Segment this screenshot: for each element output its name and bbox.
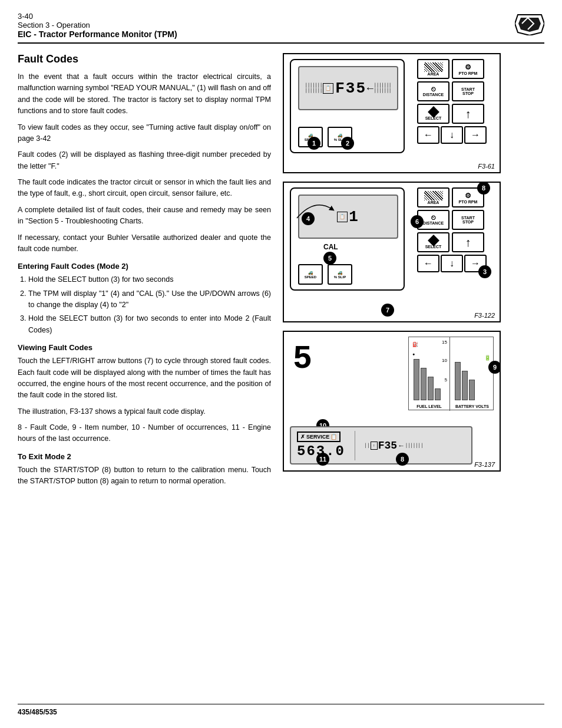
step-2: The TPM will display "1" (4) and "CAL (5… — [28, 288, 271, 311]
up-button-2: ↑ — [452, 232, 484, 252]
right-buttons-1: AREA ⚙ PTO RPM ⏲ DISTANCE — [417, 59, 494, 144]
num-circle-6: 6 — [411, 215, 424, 228]
btn-row-2-4: ← ↓ → 3 — [417, 255, 494, 272]
bat-bar-3 — [469, 380, 475, 400]
paragraph-2: To view fault codes as they occur, see "… — [18, 122, 271, 145]
paragraph-4: The fault code indicates the tractor cir… — [18, 177, 271, 200]
display-value-2: 1 — [349, 208, 359, 226]
page: 3-40 Section 3 - Operation EIC - Tractor… — [0, 0, 562, 728]
num-circle-9: 9 — [488, 361, 500, 374]
warning-icon-small: ! — [371, 442, 378, 450]
startstop-button-2: START STOP — [452, 210, 484, 230]
btn-row-1: AREA ⚙ PTO RPM — [417, 59, 494, 79]
section4-text: 8 - Fault Code, 9 - Item number, 10 - Nu… — [18, 422, 271, 445]
display-content-2: 📋 1 — [337, 208, 359, 226]
scale-5: 5 — [445, 377, 447, 383]
section2-text: Touch the LEFT/RIGHT arrow buttons (7) t… — [18, 355, 271, 401]
section5-heading: To Exit Mode 2 — [18, 452, 271, 461]
divider — [355, 431, 355, 460]
num-circle-8: 8 — [477, 183, 490, 195]
tpm-display-1: │││││││ │││││││ 📋 F35 ← │││││││ │││││││ — [298, 66, 398, 110]
battery-col: 🔋 BATTERY VOLTS 9 — [450, 337, 494, 411]
right-column: │││││││ │││││││ 📋 F35 ← │││││││ │││││││ — [283, 53, 501, 694]
scale-10: 10 — [442, 358, 447, 363]
manual-icon: 📋 — [323, 83, 333, 94]
f35-display: ││ ! F35 ← │││││││ — [365, 440, 424, 452]
paragraph-1: In the event that a fault occurs within … — [18, 71, 271, 117]
area-hatch-1 — [424, 62, 443, 72]
section-label: Section 3 - Operation — [18, 21, 177, 29]
right-button-1: → — [464, 126, 487, 144]
fuel-icon: ⛽ — [412, 342, 418, 347]
down-button-1: ↓ — [441, 126, 463, 144]
down-button-2: ↓ — [441, 255, 463, 272]
diagram-f3-61: │││││││ │││││││ 📋 F35 ← │││││││ │││││││ — [283, 53, 501, 173]
num-circle-7: 7 — [381, 304, 394, 317]
page-header: 3-40 Section 3 - Operation EIC - Tractor… — [18, 12, 544, 44]
gear-icon-1: ⚙ — [465, 63, 471, 71]
display-value-1: F35 — [335, 80, 366, 97]
cal-label: CAL — [323, 243, 338, 251]
main-heading: Fault Codes — [18, 53, 271, 65]
service-box: ✗ SERVICE 📋 — [297, 431, 340, 442]
area-hatch-2 — [424, 191, 443, 200]
display-content-1: │││││││ │││││││ 📋 F35 ← │││││││ │││││││ — [305, 80, 392, 97]
x-mark: ✗ — [300, 434, 305, 440]
service-label: SERVICE — [306, 434, 329, 440]
diagram-label-1: F3-61 — [478, 163, 495, 170]
paragraph-5: A complete detailed list of fault codes,… — [18, 205, 271, 228]
num-circle-2: 2 — [341, 137, 354, 150]
select-button-2: SELECT — [417, 232, 449, 252]
num-circle-8b: 8 — [396, 453, 409, 466]
diagram-f3-137: 5 15 10 5 — [283, 331, 501, 472]
gauges-section: 15 10 5 ⛽ ● — [408, 337, 494, 410]
step-1: Hold the SELECT button (3) for two secon… — [28, 274, 271, 285]
section5-text: Touch the START/STOP (8) button to retur… — [18, 465, 271, 487]
battery-label: BATTERY VOLTS — [450, 404, 494, 409]
startstop-button-1: START STOP — [452, 81, 484, 101]
footer-text: 435/485/535 — [18, 708, 57, 716]
steps-list: Hold the SELECT button (3) for two secon… — [28, 274, 271, 336]
btn-row-2: ⏲ DISTANCE START STOP — [417, 81, 494, 101]
bottom-buttons-2: 🚜 SPEED 🚜 % SLIP — [298, 264, 352, 285]
btn-row-2-1: AREA ⚙ PTO RPM 8 — [417, 187, 494, 207]
slip-icon-2: 🚜 — [338, 271, 343, 275]
fuel-bars — [414, 359, 441, 400]
bat-bar-1 — [455, 362, 461, 400]
select-button-1: SELECT — [417, 104, 449, 124]
up-button-1: ↑ — [452, 104, 484, 124]
main-content: Fault Codes In the event that a fault oc… — [18, 53, 544, 694]
section2-heading: Viewing Fault Codes — [18, 343, 271, 352]
left-column: Fault Codes In the event that a fault oc… — [18, 53, 271, 694]
diagram-label-3: F3-137 — [474, 461, 495, 468]
right-buttons-2: AREA ⚙ PTO RPM 8 ⏲ — [417, 187, 494, 272]
slip-icon-1: 🚜 — [338, 133, 343, 138]
num-circle-11: 11 — [316, 453, 329, 466]
diagram-f3-122: 📋 1 CAL 🚜 SPEED — [283, 182, 501, 322]
cursor-small: ← — [398, 442, 405, 450]
gear-icon-2: ⚙ — [465, 192, 471, 200]
paragraph-3: Fault codes (2) will be displayed as fla… — [18, 149, 271, 172]
battery-icon: 🔋 — [484, 355, 491, 361]
fuel-bar-2 — [421, 368, 427, 400]
fuel-bar-4 — [435, 388, 441, 400]
page-number: 3-40 — [18, 12, 177, 21]
num-circle-5: 5 — [323, 252, 336, 265]
distance-icon-2: ⏲ — [431, 215, 437, 221]
page-footer: 435/485/535 — [18, 704, 544, 716]
btn-row-2-2: ⏲ DISTANCE START STOP — [417, 210, 494, 230]
slip-button-2: 🚜 % SLIP — [328, 264, 352, 285]
bat-bar-2 — [462, 371, 468, 400]
right-ticks-small: │││││││ — [405, 443, 424, 447]
big-number-5: 5 — [293, 341, 312, 378]
diagram-label-2: F3-122 — [474, 312, 495, 319]
paragraph-6: If necessary, contact your Buhler Versat… — [18, 232, 271, 255]
left-ticks: │││││││ │││││││ — [305, 83, 323, 93]
speed-button-2: 🚜 SPEED — [298, 264, 323, 285]
area-button-1: AREA — [417, 59, 449, 79]
distance-icon-1: ⏲ — [431, 86, 437, 93]
circle-dot-icon: ● — [412, 352, 415, 356]
fuel-bar-3 — [428, 377, 434, 400]
section3-text: The illustration, F3-137 shows a typical… — [18, 406, 271, 417]
btn-row-4: ← ↓ → — [417, 126, 494, 144]
